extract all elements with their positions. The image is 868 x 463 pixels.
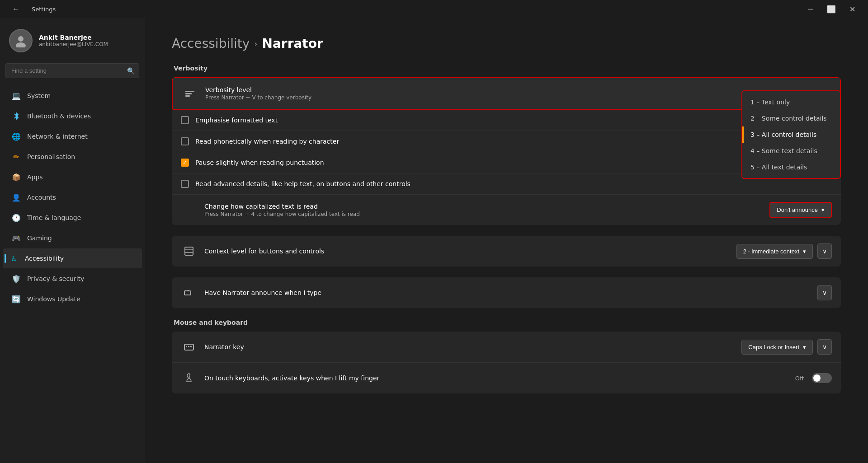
mouse-keyboard-section-title: Mouse and keyboard bbox=[172, 319, 841, 326]
verbosity-option-5[interactable]: 5 – All text details bbox=[742, 159, 840, 175]
titlebar: ← Settings ─ ⬜ ✕ bbox=[0, 0, 868, 18]
main-content: Accessibility › Narrator Verbosity Verbo… bbox=[145, 18, 868, 463]
emphasise-label: Emphasise formatted text bbox=[195, 117, 278, 124]
phonetic-row[interactable]: Read phonetically when reading by charac… bbox=[172, 131, 841, 152]
context-icon bbox=[181, 243, 197, 259]
capitalize-control[interactable]: Don't announce ▾ bbox=[769, 202, 832, 218]
narrator-announce-icon bbox=[181, 285, 197, 301]
breadcrumb-separator: › bbox=[254, 39, 257, 48]
narrator-key-label: Narrator key bbox=[204, 343, 741, 351]
sidebar-item-apps[interactable]: 📦 Apps bbox=[3, 167, 142, 187]
advanced-label: Read advanced details, like help text, o… bbox=[195, 180, 410, 187]
search-box[interactable]: 🔍 bbox=[5, 63, 139, 78]
context-expand-button[interactable]: ∨ bbox=[817, 243, 832, 259]
narrator-announce-row: Have Narrator announce when I type ∨ bbox=[172, 277, 841, 308]
pause-checkbox[interactable] bbox=[181, 159, 189, 167]
capitalize-value: Don't announce bbox=[777, 206, 818, 213]
sidebar-item-gaming[interactable]: 🎮 Gaming bbox=[3, 228, 142, 248]
narrator-key-expand-button[interactable]: ∨ bbox=[817, 339, 832, 355]
narrator-announce-content: Have Narrator announce when I type bbox=[204, 289, 817, 296]
maximize-button[interactable]: ⬜ bbox=[821, 2, 842, 16]
narrator-announce-expand-button[interactable]: ∨ bbox=[817, 285, 832, 300]
verbosity-option-2[interactable]: 2 – Some control details bbox=[742, 110, 840, 126]
svg-rect-3 bbox=[185, 93, 192, 94]
narrator-key-value: Caps Lock or Insert bbox=[748, 344, 799, 351]
sidebar-item-label-accessibility: Accessibility bbox=[25, 255, 64, 262]
context-group: Context level for buttons and controls 2… bbox=[172, 236, 841, 267]
verbosity-option-3[interactable]: 3 – All control details bbox=[742, 126, 840, 143]
sidebar: Ankit Banerjee ankitbanerjee@LIVE.COM 🔍 … bbox=[0, 18, 145, 463]
verbosity-option-1[interactable]: 1 – Text only bbox=[742, 94, 840, 110]
context-value: 2 - immediate context bbox=[743, 248, 799, 255]
narrator-key-icon bbox=[181, 339, 197, 355]
time-icon: 🕐 bbox=[12, 213, 21, 222]
sidebar-item-accessibility[interactable]: ♿ Accessibility bbox=[3, 248, 142, 268]
context-dropdown[interactable]: 2 - immediate context ▾ bbox=[736, 244, 813, 259]
capitalize-label: Change how capitalized text is read bbox=[204, 203, 769, 210]
system-icon: 💻 bbox=[12, 91, 21, 100]
user-profile[interactable]: Ankit Banerjee ankitbanerjee@LIVE.COM bbox=[0, 18, 145, 61]
sidebar-item-time[interactable]: 🕐 Time & language bbox=[3, 208, 142, 228]
capitalize-row: Change how capitalized text is read Pres… bbox=[172, 195, 841, 225]
search-input[interactable] bbox=[5, 63, 139, 78]
sidebar-item-label-personalisation: Personalisation bbox=[27, 153, 75, 160]
verbosity-level-label: Verbosity level bbox=[205, 86, 831, 94]
svg-rect-15 bbox=[190, 346, 192, 347]
narrator-announce-group: Have Narrator announce when I type ∨ bbox=[172, 277, 841, 308]
narrator-key-content: Narrator key bbox=[204, 343, 741, 351]
page-header: Accessibility › Narrator bbox=[172, 36, 841, 51]
narrator-announce-control[interactable]: ∨ bbox=[817, 285, 832, 300]
minimize-button[interactable]: ─ bbox=[800, 2, 821, 16]
nav-menu: 💻 System Bluetooth & devices 🌐 Network &… bbox=[0, 85, 145, 309]
gaming-icon: 🎮 bbox=[12, 234, 21, 243]
svg-point-1 bbox=[16, 42, 26, 47]
touch-toggle[interactable] bbox=[812, 373, 832, 383]
verbosity-group: Verbosity level Press Narrator + V to ch… bbox=[172, 77, 841, 225]
advanced-checkbox[interactable] bbox=[181, 180, 189, 188]
window-controls: ─ ⬜ ✕ bbox=[800, 2, 863, 16]
personalisation-icon: ✏️ bbox=[12, 152, 21, 161]
sidebar-item-label-accounts: Accounts bbox=[27, 194, 56, 201]
touch-keyboard-icon bbox=[181, 370, 197, 386]
verbosity-level-content: Verbosity level Press Narrator + V to ch… bbox=[205, 86, 831, 101]
sidebar-item-label-bluetooth: Bluetooth & devices bbox=[27, 112, 91, 120]
narrator-key-dropdown-icon: ▾ bbox=[803, 344, 806, 351]
svg-rect-8 bbox=[184, 291, 191, 295]
sidebar-item-label-gaming: Gaming bbox=[27, 234, 52, 242]
svg-point-0 bbox=[18, 36, 24, 42]
sidebar-item-windowsupdate[interactable]: 🔄 Windows Update bbox=[3, 289, 142, 309]
user-email: ankitbanerjee@LIVE.COM bbox=[39, 41, 108, 47]
pause-row[interactable]: Pause slightly when reading punctuation bbox=[172, 152, 841, 173]
page-title: Narrator bbox=[262, 36, 323, 51]
narrator-key-dropdown[interactable]: Caps Lock or Insert ▾ bbox=[741, 340, 813, 355]
sidebar-item-label-apps: Apps bbox=[27, 173, 43, 181]
breadcrumb-parent[interactable]: Accessibility bbox=[172, 36, 250, 51]
capitalize-dropdown[interactable]: Don't announce ▾ bbox=[769, 202, 832, 218]
phonetic-checkbox[interactable] bbox=[181, 137, 189, 145]
verbosity-level-row[interactable]: Verbosity level Press Narrator + V to ch… bbox=[172, 77, 841, 110]
sidebar-item-accounts[interactable]: 👤 Accounts bbox=[3, 187, 142, 207]
sidebar-item-system[interactable]: 💻 System bbox=[3, 86, 142, 106]
privacy-icon: 🛡️ bbox=[12, 274, 21, 283]
advanced-row[interactable]: Read advanced details, like help text, o… bbox=[172, 173, 841, 195]
verbosity-option-4[interactable]: 4 – Some text details bbox=[742, 143, 840, 159]
emphasise-checkbox[interactable] bbox=[181, 116, 189, 124]
windowsupdate-icon: 🔄 bbox=[12, 295, 21, 304]
user-info: Ankit Banerjee ankitbanerjee@LIVE.COM bbox=[39, 34, 108, 47]
svg-rect-10 bbox=[187, 290, 188, 291]
sidebar-item-bluetooth[interactable]: Bluetooth & devices bbox=[3, 106, 142, 126]
close-button[interactable]: ✕ bbox=[842, 2, 863, 16]
svg-rect-14 bbox=[188, 346, 189, 347]
touch-toggle-label: Off bbox=[795, 375, 804, 382]
sidebar-item-network[interactable]: 🌐 Network & internet bbox=[3, 126, 142, 146]
sidebar-item-label-privacy: Privacy & security bbox=[27, 275, 84, 282]
touch-keyboard-content: On touch keyboards, activate keys when I… bbox=[204, 374, 795, 382]
touch-keyboard-control: Off bbox=[795, 373, 832, 383]
narrator-key-control: Caps Lock or Insert ▾ ∨ bbox=[741, 339, 832, 355]
sidebar-item-privacy[interactable]: 🛡️ Privacy & security bbox=[3, 269, 142, 289]
sidebar-item-personalisation[interactable]: ✏️ Personalisation bbox=[3, 147, 142, 167]
accessibility-icon: ♿ bbox=[9, 254, 19, 263]
back-button[interactable]: ← bbox=[5, 2, 26, 16]
emphasise-row[interactable]: Emphasise formatted text bbox=[172, 110, 841, 131]
context-content: Context level for buttons and controls bbox=[204, 248, 736, 255]
